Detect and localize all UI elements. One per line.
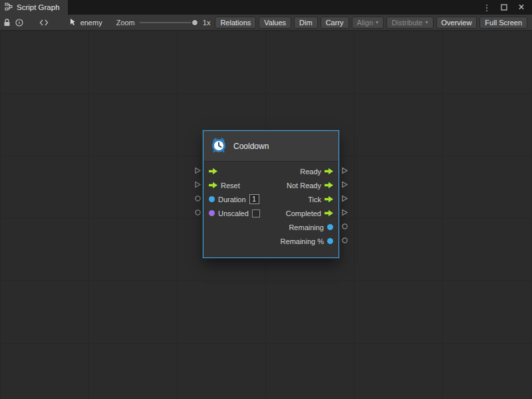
marker-slot [339, 178, 350, 192]
output-port: Not Ready [287, 182, 333, 190]
alarm-clock-icon [210, 136, 227, 156]
zoom-control: Zoom 1x [116, 19, 211, 27]
node-input-markers [192, 130, 203, 247]
flow-port-icon[interactable] [209, 168, 217, 175]
flow-port-marker[interactable] [341, 195, 348, 202]
value-port-marker[interactable] [341, 237, 348, 244]
flow-port-icon[interactable] [325, 182, 333, 189]
value-port-icon[interactable] [327, 224, 333, 230]
dropdown-caret-icon: ▾ [376, 20, 378, 25]
flow-port-icon[interactable] [325, 168, 333, 175]
toolbar-button-full-screen[interactable]: Full Screen [479, 17, 527, 29]
node-row: Ready [203, 164, 338, 178]
value-port-icon[interactable] [327, 238, 333, 244]
value-port-marker[interactable] [194, 209, 201, 216]
cooldown-node-area: Cooldown ReadyResetNot ReadyDuration1Tic… [192, 130, 350, 258]
toolbar-button-label: Relations [220, 19, 251, 27]
flow-port-icon[interactable] [209, 182, 217, 189]
port-label: Ready [300, 168, 321, 176]
flow-port-icon[interactable] [325, 196, 333, 203]
input-port: Reset [209, 182, 240, 190]
titlebar: Script Graph ⋮ × [0, 0, 532, 15]
lock-icon[interactable] [3, 17, 11, 29]
node-row: UnscaledCompleted [203, 206, 338, 220]
node-row: Remaining [203, 220, 338, 234]
cooldown-node[interactable]: Cooldown ReadyResetNot ReadyDuration1Tic… [203, 130, 339, 258]
toolbar-button-values[interactable]: Values [259, 17, 291, 29]
graph-context-label: enemy [80, 19, 102, 27]
node-title: Cooldown [233, 142, 269, 151]
marker-slot [339, 164, 350, 178]
graph-toolbar: enemy Zoom 1x RelationsValuesDimCarryAli… [0, 15, 532, 31]
zoom-slider[interactable] [140, 19, 198, 27]
node-row: Remaining % [203, 234, 338, 248]
node-row: ResetNot Ready [203, 178, 338, 192]
graph-context[interactable]: enemy [69, 18, 102, 27]
port-label: Unscaled [218, 209, 249, 217]
maximize-icon[interactable] [499, 2, 509, 13]
marker-slot [192, 233, 203, 247]
value-port-marker[interactable] [194, 195, 201, 202]
port-label: Duration [218, 196, 246, 203]
toolbar-button-dim[interactable]: Dim [294, 17, 318, 29]
marker-slot [192, 178, 203, 192]
port-label: Completed [286, 209, 321, 217]
flow-port-marker[interactable] [341, 209, 348, 216]
marker-slot [339, 205, 350, 219]
zoom-slider-track [140, 22, 196, 23]
flow-port-icon[interactable] [325, 209, 333, 217]
toolbar-buttons: RelationsValuesDimCarryAlign▾Distribute▾… [215, 17, 529, 29]
value-port-marker[interactable] [341, 223, 348, 230]
window-menu-icon[interactable]: ⋮ [482, 2, 491, 13]
zoom-label: Zoom [116, 19, 135, 27]
toolbar-button-overview[interactable]: Overview [436, 17, 477, 29]
output-port: Ready [300, 168, 333, 176]
window-controls: ⋮ × [482, 0, 532, 15]
close-icon[interactable]: × [517, 2, 526, 13]
toolbar-button-label: Full Screen [485, 19, 522, 27]
marker-slot [192, 205, 203, 219]
toolbar-button-label: Values [264, 19, 286, 27]
marker-slot [339, 192, 350, 205]
port-label: Not Ready [287, 182, 321, 190]
output-port: Remaining % [281, 237, 333, 245]
code-icon[interactable] [39, 17, 49, 29]
output-port: Remaining [289, 223, 333, 231]
output-port: Completed [286, 209, 333, 217]
tab-script-graph[interactable]: Script Graph [0, 0, 68, 15]
node-body: ReadyResetNot ReadyDuration1TickUnscaled… [203, 162, 338, 257]
toolbar-button-label: Overview [442, 19, 472, 27]
toolbar-button-label: Distribute [392, 19, 422, 27]
input-port [209, 168, 217, 175]
port-label: Remaining [289, 223, 324, 231]
flow-port-marker[interactable] [194, 181, 201, 188]
marker-slot [192, 164, 203, 178]
input-port: Duration1 [209, 194, 259, 204]
flow-port-marker[interactable] [341, 181, 348, 188]
pointer-icon [69, 18, 77, 27]
unscaled-checkbox[interactable] [252, 209, 260, 217]
toolbar-button-relations[interactable]: Relations [215, 17, 256, 29]
graph-canvas[interactable]: Cooldown ReadyResetNot ReadyDuration1Tic… [0, 31, 532, 399]
node-row: Duration1Tick [203, 192, 338, 206]
port-label: Tick [308, 196, 321, 203]
zoom-slider-handle[interactable] [192, 19, 198, 26]
value-port-icon[interactable] [209, 196, 215, 202]
value-port-icon[interactable] [209, 210, 215, 216]
toolbar-button-label: Align [357, 19, 373, 27]
flow-port-marker[interactable] [194, 167, 201, 174]
flow-port-marker[interactable] [341, 167, 348, 174]
marker-slot [339, 233, 350, 247]
info-icon[interactable] [15, 17, 23, 29]
marker-slot [339, 219, 350, 233]
port-label: Reset [221, 182, 240, 190]
toolbar-button-label: Carry [326, 19, 344, 27]
node-header[interactable]: Cooldown [203, 131, 338, 162]
marker-slot [192, 192, 203, 205]
tab-label: Script Graph [17, 3, 60, 11]
duration-input[interactable]: 1 [249, 194, 259, 204]
output-port: Tick [308, 196, 333, 203]
toolbar-button-carry[interactable]: Carry [321, 17, 349, 29]
graph-icon [5, 3, 13, 12]
toolbar-button-label: Dim [299, 19, 313, 27]
